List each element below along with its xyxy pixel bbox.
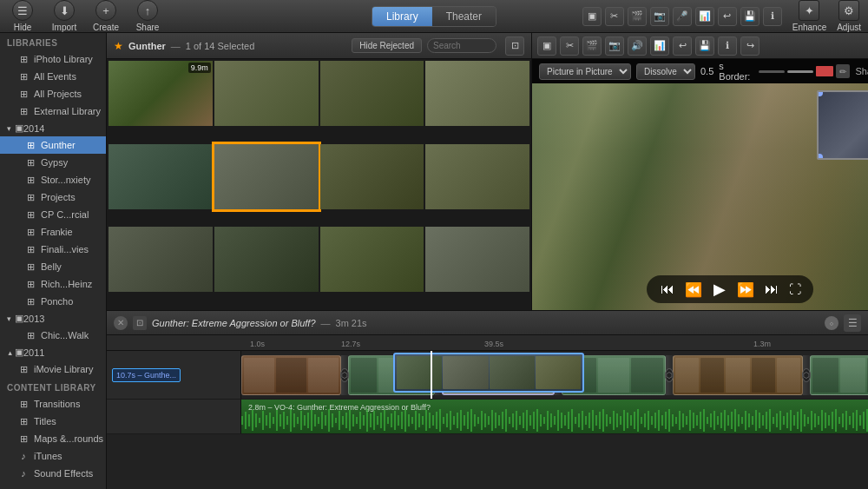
browser-search-input[interactable] <box>427 38 496 53</box>
sidebar-item-finalivies[interactable]: ⊞ Finali...vies <box>0 241 106 258</box>
rewind-button[interactable]: ⏪ <box>685 281 702 298</box>
sidebar-item-poncho[interactable]: ⊞ Poncho <box>0 293 106 310</box>
video-clip-5[interactable] <box>673 355 803 395</box>
fullscreen-button[interactable]: ⛶ <box>789 282 801 296</box>
sidebar-group-2013[interactable]: ▾ ▣ 2013 <box>0 310 106 327</box>
sidebar-item-all-events[interactable]: ⊞ All Events <box>0 68 106 85</box>
sidebar-item-titles[interactable]: ⊞ Titles <box>0 413 106 430</box>
sidebar-item-frankie[interactable]: ⊞ Frankie <box>0 223 106 241</box>
tool3-icon[interactable]: 🎬 <box>628 7 647 26</box>
browser-view-toggle[interactable]: ⊡ <box>505 36 524 56</box>
thumbnail-11[interactable] <box>320 227 424 292</box>
sidebar-item-rich-heinz[interactable]: ⊞ Rich...Heinz <box>0 275 106 293</box>
hide-button[interactable]: ☰ Hide <box>7 0 38 32</box>
fast-forward-button[interactable]: ⏩ <box>737 281 754 298</box>
viewer-tool-cam[interactable]: 🎬 <box>582 36 602 56</box>
viewer-tool-photo[interactable]: 📷 <box>605 36 624 56</box>
sidebar-item-belly[interactable]: ⊞ Belly <box>0 258 106 275</box>
share-button[interactable]: ↑ Share <box>132 0 163 32</box>
thumbnail-12[interactable] <box>425 227 529 292</box>
video-clip-1[interactable] <box>241 355 341 395</box>
tool9-icon[interactable]: ℹ <box>763 7 782 26</box>
viewer-tool-info[interactable]: ℹ <box>718 36 737 56</box>
pip-mode-select[interactable]: Picture in Picture <box>539 63 631 80</box>
sidebar-item-all-projects[interactable]: ⊞ All Projects <box>0 85 106 102</box>
sidebar-item-projects[interactable]: ⊞ Projects <box>0 188 106 206</box>
timeline-settings-button[interactable]: ☰ <box>844 314 861 332</box>
timeline-marker-icon[interactable]: ⬦ <box>825 316 838 330</box>
thumbnail-5[interactable] <box>108 144 213 209</box>
skip-forward-button[interactable]: ⏭ <box>763 281 780 298</box>
thumbnail-6-selected[interactable] <box>214 144 319 209</box>
create-button[interactable]: + Create <box>90 0 122 32</box>
svg-rect-125 <box>675 417 677 424</box>
sidebar-item-cp-crcial[interactable]: ⊞ CP C...rcial <box>0 206 106 223</box>
svg-rect-15 <box>293 413 295 427</box>
thumbnail-2[interactable] <box>214 61 319 126</box>
adjust-button[interactable]: ⚙ Adjust <box>837 0 861 32</box>
svg-rect-12 <box>283 412 285 429</box>
enhance-button[interactable]: ✦ Enhance <box>792 0 826 32</box>
viewer-tool-audio[interactable]: 🔊 <box>628 36 647 56</box>
timeline-playhead[interactable] <box>431 351 432 399</box>
pip-overlay-window[interactable] <box>817 90 868 160</box>
sidebar-item-iphoto[interactable]: ⊞ iPhoto Library <box>0 50 106 68</box>
sidebar-group-2011[interactable]: ▸ ▣ 2011 <box>0 344 106 360</box>
thumbnail-3[interactable] <box>320 61 424 126</box>
sidebar-item-gypsy[interactable]: ⊞ Gypsy <box>0 154 106 171</box>
border-swatch-1[interactable] <box>759 70 785 73</box>
thumbnail-8[interactable] <box>425 144 529 209</box>
tab-theater[interactable]: Theater <box>432 7 496 26</box>
sidebar-item-gunther[interactable]: ⊞ Gunther <box>0 136 106 154</box>
import-button[interactable]: ⬇ Import <box>49 0 80 32</box>
tool7-icon[interactable]: ↩ <box>718 7 737 26</box>
svg-rect-164 <box>811 411 812 430</box>
svg-rect-72 <box>491 410 493 431</box>
play-button[interactable]: ▶ <box>711 281 728 298</box>
floating-clip[interactable] <box>393 353 584 393</box>
video-clip-6[interactable] <box>810 355 868 395</box>
viewer-tool-cut[interactable]: ✂ <box>560 36 579 56</box>
svg-rect-8 <box>269 413 271 428</box>
tool2-icon[interactable]: ✂ <box>605 7 624 26</box>
thumbnail-4[interactable] <box>425 61 529 126</box>
thumbnail-7[interactable] <box>320 144 424 209</box>
svg-rect-102 <box>595 415 597 426</box>
sidebar-item-sound-effects[interactable]: ♪ Sound Effects <box>0 465 106 482</box>
audio-clip[interactable]: 2.8m – VO-4: Gunther: Extreme Aggression… <box>241 400 868 433</box>
thumbnail-1[interactable]: 9.9m <box>108 61 213 126</box>
tool6-icon[interactable]: 📊 <box>695 7 714 26</box>
thumbnail-9[interactable] <box>108 227 213 292</box>
tab-library[interactable]: Library <box>372 7 432 26</box>
tool5-icon[interactable]: 🎤 <box>673 7 692 26</box>
tool1-icon[interactable]: ▣ <box>582 7 602 26</box>
viewer-tool-chart[interactable]: 📊 <box>650 36 669 56</box>
hide-rejected-button[interactable]: Hide Rejected <box>352 38 422 53</box>
svg-rect-46 <box>401 412 403 429</box>
skip-back-button[interactable]: ⏮ <box>659 281 676 298</box>
transition-select[interactable]: Dissolve <box>636 63 695 80</box>
viewer-tool-redo[interactable]: ↪ <box>740 36 760 56</box>
thumbnail-10[interactable] <box>214 227 319 292</box>
sidebar-item-stornxiety[interactable]: ⊞ Stor...nxiety <box>0 171 106 188</box>
sidebar-group-2014[interactable]: ▾ ▣ 2014 <box>0 120 106 136</box>
border-style-btn[interactable]: ✏ <box>836 64 850 78</box>
sidebar-item-imovie-lib[interactable]: ⊞ iMovie Library <box>0 360 106 378</box>
tool4-icon[interactable]: 📷 <box>650 7 669 26</box>
sidebar-item-external-lib[interactable]: ⊞ External Library <box>0 102 106 120</box>
sidebar-item-itunes[interactable]: ♪ iTunes <box>0 447 106 465</box>
sidebar-item-transitions[interactable]: ⊞ Transitions <box>0 395 106 413</box>
svg-rect-20 <box>311 410 312 431</box>
viewer-tool-save[interactable]: 💾 <box>695 36 714 56</box>
viewer-tool-undo[interactable]: ↩ <box>673 36 692 56</box>
sidebar-item-chic-walk[interactable]: ⊞ Chic...Walk <box>0 327 106 344</box>
pip-handle-bl[interactable] <box>817 154 823 160</box>
viewer-tool-clip[interactable]: ▣ <box>537 36 556 56</box>
gypsy-label: Gypsy <box>41 157 68 168</box>
tool8-icon[interactable]: 💾 <box>740 7 760 26</box>
timeline-close-button[interactable]: ✕ <box>114 316 128 330</box>
border-color-swatch[interactable] <box>816 66 833 76</box>
svg-rect-62 <box>457 413 458 428</box>
sidebar-item-maps-grounds[interactable]: ⊞ Maps &...rounds <box>0 430 106 447</box>
border-swatch-2[interactable] <box>787 70 813 73</box>
